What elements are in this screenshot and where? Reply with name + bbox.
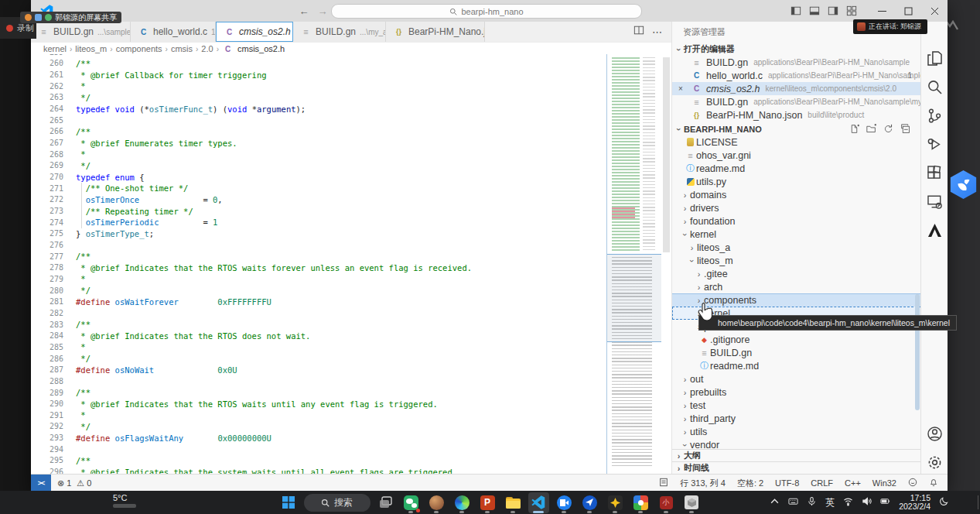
taskbar-gray-box-app-app[interactable] <box>681 492 702 513</box>
remote-indicator[interactable]: >< <box>31 475 51 492</box>
deveco-icon[interactable] <box>921 218 948 242</box>
status-encoding[interactable]: UTF-8 <box>775 478 799 488</box>
tree-item-domains[interactable]: ›domains <box>672 188 921 201</box>
taskbar-start-button[interactable] <box>278 492 299 513</box>
open-editor-cmsis-os2-h[interactable]: ×cmsis_os2.hkernel\liteos_m\components\c… <box>672 82 921 95</box>
wifi-icon[interactable] <box>843 495 853 509</box>
tree-item-liteos-m[interactable]: ›liteos_m <box>672 254 921 267</box>
tree-item-drivers[interactable]: ›drivers <box>672 201 921 214</box>
tree-item--gitignore[interactable]: .gitignore <box>672 333 921 346</box>
tab-build-gn[interactable]: BUILD.gn...\my_app <box>293 22 386 42</box>
new-file-icon[interactable] <box>849 124 859 134</box>
open-editors-header[interactable]: › 打开的编辑器 <box>674 43 920 56</box>
status-language-mode[interactable]: C++ <box>845 478 861 488</box>
breadcrumb-file[interactable]: cmsis_os2.h <box>237 44 285 53</box>
command-center-search[interactable]: bearpi-hm_nano <box>331 4 642 19</box>
minimap-slider[interactable] <box>607 254 661 342</box>
tree-item-foundation[interactable]: ›foundation <box>672 214 921 228</box>
toggle-sidebar-icon[interactable] <box>787 0 805 22</box>
tree-item-out[interactable]: ›out <box>672 372 921 386</box>
settings-icon[interactable] <box>921 451 948 474</box>
minimize-button[interactable] <box>869 0 895 22</box>
breadcrumb-item[interactable]: cmsis <box>171 44 193 53</box>
nav-forward-button[interactable]: → <box>314 5 331 17</box>
search-icon[interactable] <box>921 75 948 98</box>
toggle-secondary-sidebar-icon[interactable] <box>824 0 842 22</box>
breadcrumb-item[interactable]: liteos_m <box>75 44 107 53</box>
tab-build-gn[interactable]: BUILD.gn...\sample <box>31 22 131 42</box>
project-header[interactable]: › BEARPI-HM_NANO <box>674 122 920 135</box>
taskbar-blue-plane-app-app[interactable] <box>579 492 600 513</box>
breadcrumb[interactable]: kernel›liteos_m›components›cmsis›2.0›cms… <box>31 43 671 55</box>
tree-item-license[interactable]: LICENSE <box>672 135 921 149</box>
run-debug-icon[interactable] <box>921 132 948 156</box>
tab-cmsis-os2-h[interactable]: cmsis_os2.h× <box>216 22 293 42</box>
feedback-icon[interactable] <box>908 478 917 488</box>
taskbar-wechat-app[interactable] <box>401 492 422 513</box>
remote-explorer-icon[interactable] <box>921 190 948 213</box>
tree-item-readme-md[interactable]: readme.md <box>672 162 921 175</box>
tree-item-third-party[interactable]: ›third_party <box>672 412 921 425</box>
status-cursor-position[interactable]: 行 313, 列 4 <box>680 478 726 489</box>
outline-section[interactable]: › 大纲 <box>672 449 921 461</box>
tree-item-arch[interactable]: ›arch <box>672 280 921 293</box>
open-editor-build-gn[interactable]: BUILD.gnapplications\BearPi\BearPi-HM_Na… <box>672 56 921 69</box>
tree-item-ohos-var-gni[interactable]: ohos_var.gni <box>672 149 921 162</box>
more-actions-icon[interactable]: ⋯ <box>652 26 662 38</box>
tree-item-utils-py[interactable]: utils.py <box>672 175 921 188</box>
split-editor-icon[interactable] <box>633 25 644 39</box>
taskbar-search[interactable]: 搜索 <box>304 494 370 512</box>
taskbar-edge-app[interactable] <box>452 492 473 513</box>
editor-status-icon[interactable] <box>659 478 668 488</box>
tree-item-prebuilts[interactable]: ›prebuilts <box>672 386 921 399</box>
taskbar-photos-app[interactable] <box>630 492 651 513</box>
ime-indicator[interactable]: 英 <box>825 496 835 509</box>
taskbar-vscode-app[interactable] <box>528 492 549 513</box>
tab-hello-world-c[interactable]: hello_world.c1 <box>131 22 216 42</box>
tree-item-test[interactable]: ›test <box>672 399 921 412</box>
timeline-section[interactable]: › 时间线 <box>672 461 921 474</box>
status-platform[interactable]: Win32 <box>872 478 896 488</box>
taskbar-tencent-meeting-app[interactable] <box>554 492 575 513</box>
open-editor-hello-world-c[interactable]: hello_world.capplications\BearPi\BearPi-… <box>672 69 921 82</box>
close-icon[interactable]: × <box>678 84 683 93</box>
tree-item--gitee[interactable]: ›.gitee <box>672 267 921 280</box>
source-control-icon[interactable] <box>921 104 948 127</box>
keyboard-icon[interactable] <box>788 495 798 509</box>
new-folder-icon[interactable] <box>866 124 876 134</box>
taskbar-file-explorer-app[interactable] <box>503 492 524 513</box>
breadcrumb-item[interactable]: 2.0 <box>201 44 213 53</box>
taskbar-music-avatar-app[interactable] <box>426 492 447 513</box>
open-editor-build-gn[interactable]: BUILD.gnapplications\BearPi\BearPi-HM_Na… <box>672 95 921 108</box>
breadcrumb-item[interactable]: kernel <box>43 44 67 53</box>
refresh-icon[interactable] <box>883 124 893 134</box>
tree-item-kernel[interactable]: ›kernel <box>672 228 921 241</box>
taskbar-task-view-app[interactable] <box>375 492 396 513</box>
editor-scrollbar[interactable] <box>661 54 671 474</box>
speaker-icon[interactable] <box>862 495 872 509</box>
taskbar-yellow-tool-app-app[interactable] <box>605 492 626 513</box>
screen-share-indicator[interactable]: 郭锦源的屏幕共享 <box>20 12 121 23</box>
tree-item-build-gn[interactable]: BUILD.gn <box>672 346 921 359</box>
customize-layout-icon[interactable] <box>842 0 861 22</box>
taskbar-clock[interactable]: 17:152023/2/4 <box>899 494 930 511</box>
account-icon[interactable] <box>921 422 948 445</box>
collapse-all-icon[interactable] <box>900 124 910 134</box>
explorer-icon[interactable] <box>921 46 948 70</box>
breadcrumb-item[interactable]: components <box>116 44 162 53</box>
close-button[interactable] <box>921 0 948 22</box>
sidebar-scrollbar[interactable] <box>915 294 920 410</box>
chevron-up-icon[interactable] <box>770 495 780 509</box>
status-eol[interactable]: CRLF <box>811 478 833 488</box>
tree-item-utils[interactable]: ›utils <box>672 425 921 438</box>
taskbar-powerpoint-app[interactable]: P <box>477 492 498 513</box>
mic-icon[interactable] <box>807 495 817 509</box>
tree-item-readme-md[interactable]: readme.md <box>672 359 921 372</box>
code-editor[interactable]: 259260/**261 * @brief Callback for timer… <box>31 54 671 474</box>
moon-focus-icon[interactable] <box>939 495 949 509</box>
minimap[interactable] <box>606 54 661 474</box>
extensions-icon[interactable] <box>921 161 948 184</box>
status-indentation[interactable]: 空格: 2 <box>737 478 763 489</box>
maximize-button[interactable] <box>895 0 921 22</box>
tree-item-liteos-a[interactable]: ›liteos_a <box>672 241 921 254</box>
